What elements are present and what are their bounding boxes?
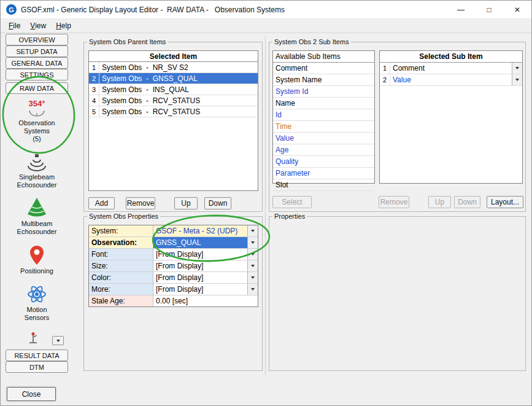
list-item[interactable]: Quality (273, 156, 374, 168)
tool-label: Observation (6, 119, 68, 127)
property-row-system: System: GSOF - Meta - S2 (UDP) (89, 225, 258, 237)
title-bar: G GSOF.xml - Generic Display Layout Edit… (1, 1, 531, 19)
list-item[interactable]: System Id (273, 86, 374, 98)
list-item[interactable]: System Name (273, 74, 374, 86)
more-dropdown[interactable]: [From Display] (153, 284, 258, 295)
property-row-more: More: [From Display] (89, 284, 258, 295)
system-dropdown[interactable]: GSOF - Meta - S2 (UDP) (153, 225, 258, 236)
table-row[interactable]: 2 Value (380, 74, 522, 86)
tool-label: Systems (6, 127, 68, 135)
list-item[interactable]: Age (273, 144, 374, 156)
minimize-button[interactable]: — (447, 1, 475, 18)
tool-strip-dropdown-button[interactable] (52, 336, 64, 345)
group-properties-empty (269, 216, 526, 371)
property-row-font: Font: [From Display] (89, 249, 258, 260)
row-text: System Obs - RCV_STATUS (99, 95, 258, 106)
group-parent-items-title: System Obs Parent Items (87, 38, 168, 45)
sidebar-item-result-data[interactable]: RESULT DATA (6, 349, 68, 361)
sidebar-item-overview[interactable]: OVERVIEW (6, 34, 68, 45)
group-properties-title: System Obs Properties (87, 213, 160, 220)
singlebeam-icon (25, 153, 48, 173)
close-window-button[interactable]: ✕ (503, 1, 531, 18)
menu-bar: File View Help (1, 19, 531, 33)
menu-help[interactable]: Help (51, 20, 76, 32)
sidebar-tool-motion-sensors[interactable]: Motion Sensors (6, 283, 68, 322)
property-label: Color: (89, 272, 153, 283)
tool-label: Echosounder (6, 181, 68, 189)
sidebar-tool-multibeam[interactable]: Multibeam Echosounder (6, 196, 68, 236)
up-sub-button: Up (428, 196, 451, 208)
table-row[interactable]: 5 System Obs - RCV_STATUS (89, 106, 258, 117)
row-text: Value (390, 74, 512, 85)
table-row[interactable]: 4 System Obs - RCV_STATUS (89, 95, 258, 106)
sidebar-item-general-data[interactable]: GENERAL DATA (6, 57, 68, 69)
positioning-pin-icon (26, 244, 47, 267)
tool-label: Sensors (6, 314, 68, 322)
tool-label: Multibeam (6, 220, 68, 228)
list-item[interactable]: Name (273, 98, 374, 109)
close-button[interactable]: Close (7, 387, 56, 401)
extra-tool-icon[interactable] (26, 331, 40, 345)
sidebar-tool-singlebeam[interactable]: Singlebeam Echosounder (6, 153, 68, 189)
chevron-down-icon[interactable] (247, 272, 258, 283)
chevron-down-icon[interactable] (512, 74, 522, 85)
font-dropdown[interactable]: [From Display] (153, 249, 258, 260)
parent-items-header: Selected Item (89, 51, 258, 62)
sidebar-tool-observation-systems[interactable]: 354° Observation Systems (5) (6, 98, 68, 143)
list-item[interactable]: Comment (273, 63, 374, 74)
chevron-down-icon[interactable] (247, 284, 258, 295)
remove-sub-button: Remove (379, 196, 409, 208)
selected-sub-items-header: Selected Sub Item (380, 51, 522, 63)
row-number: 4 (89, 95, 99, 106)
tool-label: Singlebeam (6, 173, 68, 181)
list-item[interactable]: Value (273, 133, 374, 144)
sidebar-item-settings[interactable]: SETTINGS (6, 69, 68, 80)
property-label: Size: (89, 260, 153, 271)
down-button[interactable]: Down (204, 197, 231, 209)
sidebar-item-dtm[interactable]: DTM (6, 361, 68, 373)
table-row[interactable]: 1 System Obs - NR_SV S2 (89, 62, 258, 73)
property-label: System: (89, 225, 153, 236)
menu-view[interactable]: View (25, 20, 51, 32)
chevron-down-icon[interactable] (247, 260, 258, 271)
chevron-down-icon[interactable] (247, 225, 258, 236)
group-sub-items-title: System Obs 2 Sub Items (272, 38, 351, 45)
compass-354-icon: 354° (23, 98, 50, 119)
layout-button[interactable]: Layout... (487, 196, 523, 208)
remove-button[interactable]: Remove (126, 197, 155, 209)
up-button[interactable]: Up (174, 197, 198, 209)
property-label: Observation: (89, 237, 153, 248)
sidebar-item-setup-data[interactable]: SETUP DATA (6, 45, 68, 57)
color-dropdown[interactable]: [From Display] (153, 272, 258, 283)
row-number: 2 (89, 73, 99, 84)
row-number: 2 (380, 74, 390, 85)
list-item[interactable]: Time (273, 121, 374, 133)
menu-file[interactable]: File (4, 20, 25, 32)
table-row[interactable]: 3 System Obs - INS_QUAL (89, 84, 258, 95)
sidebar-item-raw-data[interactable]: RAW DATA (6, 82, 68, 94)
down-sub-button: Down (454, 196, 480, 208)
property-row-color: Color: [From Display] (89, 272, 258, 284)
app-window: G GSOF.xml - Generic Display Layout Edit… (0, 0, 532, 406)
tool-label: Motion (6, 306, 68, 314)
chevron-down-icon[interactable] (247, 249, 258, 260)
list-item[interactable]: Parameter (273, 168, 374, 179)
observation-dropdown[interactable]: GNSS_QUAL (153, 237, 258, 248)
table-row-selected[interactable]: 2 System Obs - GNSS_QUAL (89, 73, 258, 84)
chevron-down-icon[interactable] (512, 63, 522, 74)
table-row[interactable]: 1 Comment (380, 63, 522, 74)
stale-age-field[interactable]: 0.00 [sec] (153, 295, 258, 306)
chevron-down-icon (56, 340, 60, 342)
property-label: Stale Age: (89, 295, 153, 306)
row-text: System Obs - NR_SV S2 (99, 62, 258, 72)
add-button[interactable]: Add (88, 197, 115, 209)
sidebar-tool-positioning[interactable]: Positioning (6, 244, 68, 275)
size-dropdown[interactable]: [From Display] (153, 260, 258, 271)
tool-label: Echosounder (6, 228, 68, 236)
chevron-down-icon[interactable] (247, 237, 258, 248)
maximize-button[interactable]: □ (475, 1, 503, 18)
available-sub-items-header: Available Sub Items (273, 51, 374, 63)
list-item[interactable]: Slot (273, 179, 374, 191)
property-row-observation: Observation: GNSS_QUAL (89, 237, 258, 249)
list-item[interactable]: Id (273, 109, 374, 121)
